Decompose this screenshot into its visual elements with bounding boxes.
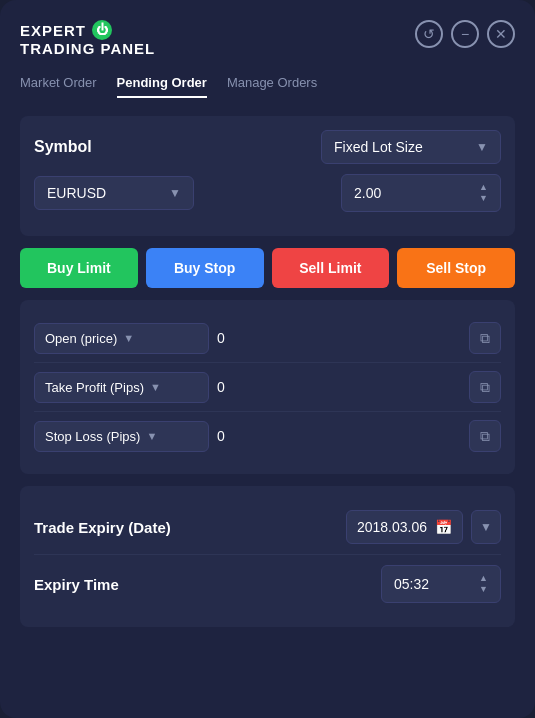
- lot-value-spinbox[interactable]: 2.00 ▲ ▼: [341, 174, 501, 212]
- symbol-arrow-icon: ▼: [169, 186, 181, 200]
- symbol-row-bottom: EURUSD ▼ 2.00 ▲ ▼: [34, 174, 501, 212]
- symbol-value: EURUSD: [47, 185, 106, 201]
- take-profit-label-button[interactable]: Take Profit (Pips) ▼: [34, 372, 209, 403]
- stop-loss-label: Stop Loss (Pips): [45, 429, 140, 444]
- order-type-buttons: Buy Limit Buy Stop Sell Limit Sell Stop: [20, 248, 515, 288]
- symbol-dropdown[interactable]: EURUSD ▼: [34, 176, 194, 210]
- open-price-label-button[interactable]: Open (price) ▼: [34, 323, 209, 354]
- time-up-arrow-icon[interactable]: ▲: [479, 574, 488, 583]
- date-dropdown-arrow-button[interactable]: ▼: [471, 510, 501, 544]
- symbol-card: Symbol Fixed Lot Size ▼ EURUSD ▼ 2.00 ▲ …: [20, 116, 515, 236]
- expiry-time-spinbox[interactable]: 05:32 ▲ ▼: [381, 565, 501, 603]
- lot-spinbox-arrows: ▲ ▼: [479, 183, 488, 203]
- tab-market-order[interactable]: Market Order: [20, 75, 97, 98]
- trading-title: TRADING PANEL: [20, 40, 155, 57]
- take-profit-input[interactable]: [217, 379, 461, 395]
- title-block: EXPERT ⏻ TRADING PANEL: [20, 20, 155, 57]
- time-down-arrow-icon[interactable]: ▼: [479, 585, 488, 594]
- take-profit-row: Take Profit (Pips) ▼ ⧉: [34, 363, 501, 412]
- stop-loss-row: Stop Loss (Pips) ▼ ⧉: [34, 412, 501, 460]
- panel-header: EXPERT ⏻ TRADING PANEL ↺ − ✕: [20, 20, 515, 57]
- open-price-row: Open (price) ▼ ⧉: [34, 314, 501, 363]
- expiry-time-label: Expiry Time: [34, 576, 119, 593]
- stop-loss-arrow-icon: ▼: [146, 430, 157, 442]
- header-icon-group: ↺ − ✕: [415, 20, 515, 48]
- copy-icon: ⧉: [480, 330, 490, 347]
- trade-expiry-inputs: 2018.03.06 📅 ▼: [346, 510, 501, 544]
- stop-loss-label-button[interactable]: Stop Loss (Pips) ▼: [34, 421, 209, 452]
- take-profit-arrow-icon: ▼: [150, 381, 161, 393]
- lot-value: 2.00: [354, 185, 381, 201]
- calendar-icon: 📅: [435, 519, 452, 535]
- nav-tabs: Market Order Pending Order Manage Orders: [20, 75, 515, 98]
- open-price-arrow-icon: ▼: [123, 332, 134, 344]
- time-spinbox-arrows: ▲ ▼: [479, 574, 488, 594]
- refresh-button[interactable]: ↺: [415, 20, 443, 48]
- time-value: 05:32: [394, 576, 429, 592]
- sell-stop-button[interactable]: Sell Stop: [397, 248, 515, 288]
- date-value: 2018.03.06: [357, 519, 427, 535]
- buy-stop-button[interactable]: Buy Stop: [146, 248, 264, 288]
- power-icon[interactable]: ⏻: [92, 20, 112, 40]
- expiry-card: Trade Expiry (Date) 2018.03.06 📅 ▼ Expir…: [20, 486, 515, 627]
- trade-expiry-label: Trade Expiry (Date): [34, 519, 171, 536]
- sell-limit-button[interactable]: Sell Limit: [272, 248, 390, 288]
- symbol-label: Symbol: [34, 138, 92, 156]
- lot-size-dropdown[interactable]: Fixed Lot Size ▼: [321, 130, 501, 164]
- take-profit-label: Take Profit (Pips): [45, 380, 144, 395]
- take-profit-copy-button[interactable]: ⧉: [469, 371, 501, 403]
- open-price-label: Open (price): [45, 331, 117, 346]
- tab-manage-orders[interactable]: Manage Orders: [227, 75, 317, 98]
- lot-size-label: Fixed Lot Size: [334, 139, 423, 155]
- buy-limit-button[interactable]: Buy Limit: [20, 248, 138, 288]
- close-button[interactable]: ✕: [487, 20, 515, 48]
- minimize-button[interactable]: −: [451, 20, 479, 48]
- expert-trading-panel: EXPERT ⏻ TRADING PANEL ↺ − ✕ Market Orde…: [0, 0, 535, 718]
- trade-expiry-row: Trade Expiry (Date) 2018.03.06 📅 ▼: [34, 500, 501, 555]
- copy-icon-2: ⧉: [480, 379, 490, 396]
- date-input-button[interactable]: 2018.03.06 📅: [346, 510, 463, 544]
- expert-text: EXPERT: [20, 22, 86, 39]
- tab-pending-order[interactable]: Pending Order: [117, 75, 207, 98]
- date-dropdown-arrow-icon: ▼: [480, 520, 492, 534]
- open-price-copy-button[interactable]: ⧉: [469, 322, 501, 354]
- symbol-row-top: Symbol Fixed Lot Size ▼: [34, 130, 501, 164]
- stop-loss-copy-button[interactable]: ⧉: [469, 420, 501, 452]
- open-price-input[interactable]: [217, 330, 461, 346]
- lot-up-arrow-icon[interactable]: ▲: [479, 183, 488, 192]
- expert-title: EXPERT ⏻: [20, 20, 155, 40]
- expiry-time-row: Expiry Time 05:32 ▲ ▼: [34, 555, 501, 613]
- price-fields-card: Open (price) ▼ ⧉ Take Profit (Pips) ▼ ⧉ …: [20, 300, 515, 474]
- lot-down-arrow-icon[interactable]: ▼: [479, 194, 488, 203]
- lot-size-arrow-icon: ▼: [476, 140, 488, 154]
- copy-icon-3: ⧉: [480, 428, 490, 445]
- stop-loss-input[interactable]: [217, 428, 461, 444]
